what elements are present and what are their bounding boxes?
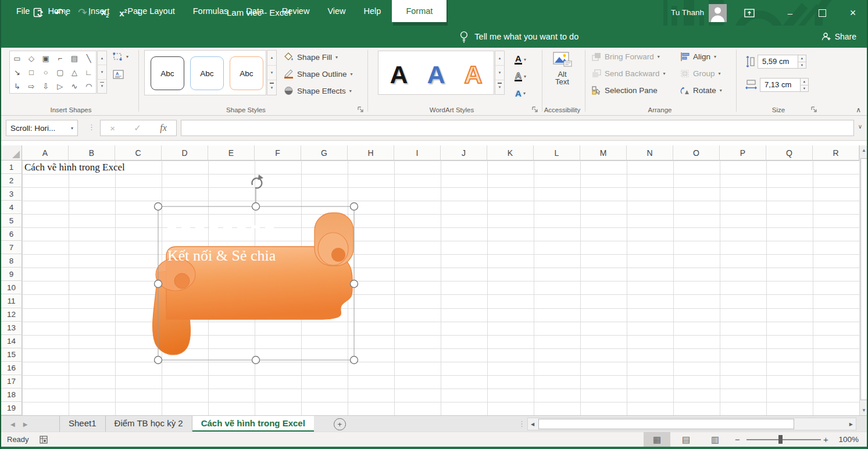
tab-view[interactable]: View — [320, 0, 352, 22]
collapse-ribbon-button[interactable]: ∧ — [856, 106, 861, 114]
sheet-tab-3[interactable]: Cách vẽ hình trong Excel — [192, 416, 314, 432]
shape-glyph[interactable]: ▣ — [38, 51, 53, 65]
name-box-dropdown-icon[interactable]: ▾ — [67, 126, 77, 131]
name-box[interactable]: Scroll: Hori... ▾ — [6, 120, 78, 136]
row-header-5[interactable]: 5 — [1, 214, 22, 227]
shape-style-preset-2[interactable]: Abc — [190, 56, 224, 90]
zoom-slider-thumb[interactable] — [778, 435, 783, 444]
width-spinner[interactable]: ▴▾ — [801, 78, 809, 92]
text-fill-button[interactable]: A ▾ — [510, 52, 530, 67]
column-header-b[interactable]: B — [69, 145, 115, 161]
alt-text-button[interactable]: Alt Text — [546, 51, 578, 102]
shape-gallery-scrollbar[interactable]: ▴▾ ▾ — [97, 51, 107, 94]
column-header-f[interactable]: F — [255, 145, 301, 161]
column-header-r[interactable]: R — [813, 145, 859, 161]
column-header-e[interactable]: E — [208, 145, 255, 161]
text-box-button[interactable]: A — [113, 70, 124, 79]
vertical-scrollbar-thumb[interactable] — [860, 158, 867, 400]
row-header-1[interactable]: 1 — [1, 161, 22, 174]
tab-format[interactable]: Format — [392, 0, 446, 22]
row-header-7[interactable]: 7 — [1, 241, 22, 254]
wordart-preset-orange[interactable]: A — [455, 59, 491, 90]
shape-effects-button[interactable]: Shape Effects▾ — [284, 86, 352, 95]
column-header-l[interactable]: L — [534, 145, 580, 161]
row-header-17[interactable]: 17 — [1, 375, 22, 389]
tab-help[interactable]: Help — [357, 0, 388, 22]
column-header-g[interactable]: G — [301, 145, 348, 161]
column-header-c[interactable]: C — [115, 145, 162, 161]
view-page-break-button[interactable]: ▥ — [702, 432, 728, 447]
row-header-10[interactable]: 10 — [1, 281, 22, 294]
row-header-13[interactable]: 13 — [1, 322, 22, 335]
align-button[interactable]: Align▾ — [680, 52, 716, 61]
expand-formula-bar-icon[interactable]: ∨ — [858, 123, 862, 130]
cell-grid[interactable] — [22, 161, 859, 415]
shape-glyph[interactable]: ▤ — [67, 51, 82, 65]
selection-pane-button[interactable]: Selection Pane — [592, 86, 658, 95]
scroll-right-icon[interactable]: ▶ — [849, 418, 853, 430]
column-header-m[interactable]: M — [580, 145, 627, 161]
sheet-nav-right-icon[interactable]: ▶ — [23, 421, 28, 427]
tab-insert[interactable]: Insert — [81, 0, 116, 22]
column-header-p[interactable]: P — [720, 145, 766, 161]
row-header-16[interactable]: 16 — [1, 362, 22, 375]
shape-glyph[interactable]: ▷ — [53, 79, 67, 93]
zoom-level[interactable]: 100% — [838, 432, 859, 447]
scroll-up-icon[interactable]: ▲ — [860, 148, 868, 153]
wordart-dialog-launcher[interactable] — [531, 106, 538, 113]
tab-file[interactable]: File — [9, 0, 37, 22]
formula-input[interactable] — [181, 120, 854, 136]
maximize-button[interactable] — [809, 0, 835, 26]
row-header-12[interactable]: 12 — [1, 308, 22, 322]
tell-me-box[interactable]: Tell me what you want to do — [459, 26, 578, 48]
row-header-11[interactable]: 11 — [1, 294, 22, 308]
row-header-18[interactable]: 18 — [1, 389, 22, 402]
shape-width-input[interactable]: 7,13 cm — [760, 78, 801, 92]
new-sheet-button[interactable]: + — [334, 418, 346, 430]
sheet-tab-2[interactable]: Điểm TB học kỳ 2 — [105, 416, 192, 432]
text-effects-button[interactable]: A ▾ — [510, 85, 530, 101]
column-header-k[interactable]: K — [487, 145, 534, 161]
column-header-i[interactable]: I — [394, 145, 441, 161]
shape-glyph[interactable]: ⇩ — [38, 79, 53, 93]
vertical-scrollbar[interactable]: ▲ ▼ — [859, 145, 868, 415]
enter-button[interactable]: ✓ — [134, 123, 141, 133]
sheet-tab-1[interactable]: Sheet1 — [59, 416, 105, 432]
shape-fill-button[interactable]: Shape Fill▾ — [284, 52, 338, 62]
zoom-slider-track[interactable] — [746, 439, 821, 440]
row-header-19[interactable]: 19 — [1, 402, 22, 415]
macro-record-icon[interactable] — [40, 436, 48, 444]
shape-glyph[interactable]: ▢ — [53, 65, 67, 79]
size-dialog-launcher[interactable] — [810, 106, 817, 113]
insert-function-button[interactable]: fx — [160, 123, 167, 133]
row-header-8[interactable]: 8 — [1, 254, 22, 268]
shape-glyph[interactable]: ▭ — [10, 51, 24, 65]
avatar[interactable] — [709, 4, 727, 22]
select-all-corner[interactable] — [1, 145, 22, 161]
tab-data[interactable]: Data — [239, 0, 271, 22]
shape-outline-button[interactable]: Shape Outline▾ — [284, 69, 353, 79]
view-page-layout-button[interactable]: ▤ — [673, 432, 699, 447]
share-button[interactable]: Share — [821, 26, 856, 48]
view-normal-button[interactable]: ▦ — [644, 432, 670, 447]
wordart-scrollbar[interactable]: ▴▾ ▾ — [495, 51, 505, 95]
send-backward-button[interactable]: Send Backward▾ — [592, 69, 666, 78]
column-header-n[interactable]: N — [627, 145, 673, 161]
zoom-in-button[interactable]: + — [823, 432, 828, 447]
shape-style-preset-3[interactable]: Abc — [230, 56, 263, 90]
tab-formulas[interactable]: Formulas — [186, 0, 235, 22]
shape-glyph[interactable]: △ — [67, 65, 82, 79]
shape-style-preset-1[interactable]: Abc — [151, 56, 184, 90]
shape-glyph[interactable]: □ — [24, 65, 39, 79]
minimize-button[interactable]: – — [777, 0, 803, 26]
close-button[interactable]: × — [840, 0, 866, 26]
column-header-j[interactable]: J — [441, 145, 487, 161]
row-header-2[interactable]: 2 — [1, 174, 22, 187]
shape-glyph[interactable]: ↘ — [10, 65, 24, 79]
height-spinner[interactable]: ▴▾ — [798, 55, 806, 69]
account-name[interactable]: Tu Thanh — [671, 0, 704, 26]
edit-shape-button[interactable]: ▾ — [113, 52, 128, 61]
zoom-out-button[interactable]: − — [735, 432, 740, 447]
column-header-a[interactable]: A — [22, 145, 69, 161]
shape-glyph[interactable]: ╲ — [81, 51, 96, 65]
